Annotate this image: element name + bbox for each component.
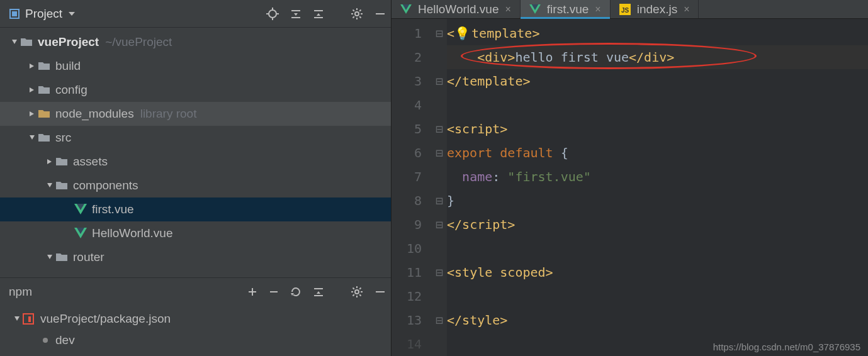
tree-label: assets <box>73 155 108 169</box>
tree-item-build[interactable]: build <box>0 54 391 78</box>
gear-icon[interactable] <box>351 8 363 20</box>
code-area[interactable]: 1234567891011121314 ⊟⊟⊟⊟⊟⊟⊟⊟ <💡template>… <box>392 19 868 356</box>
code-token: template <box>471 21 532 45</box>
code-token: name <box>462 165 492 189</box>
tree-label: first.vue <box>92 203 134 216</box>
tree-item-src[interactable]: src <box>0 126 391 150</box>
tab-label: first.vue <box>547 3 589 16</box>
expand-all-icon[interactable] <box>290 8 302 19</box>
svg-line-20 <box>353 16 354 18</box>
vue-file-icon <box>74 228 87 239</box>
code-token: div <box>485 45 507 69</box>
tab-first[interactable]: first.vue × <box>521 0 611 18</box>
tab-label: HelloWorld.vue <box>418 3 499 16</box>
tree-label: router <box>73 250 104 264</box>
code-content[interactable]: <💡template> <div>hello first vue</div> <… <box>447 19 868 356</box>
chevron-down-icon[interactable] <box>69 12 75 16</box>
bullet-icon <box>43 338 48 343</box>
tree-label: components <box>73 179 138 192</box>
editor-area: HelloWorld.vue × first.vue × JS index.js… <box>392 0 868 356</box>
tab-helloworld[interactable]: HelloWorld.vue × <box>392 0 521 18</box>
project-icon <box>9 8 20 19</box>
svg-line-49 <box>353 294 354 296</box>
close-icon[interactable]: × <box>684 4 689 15</box>
svg-line-50 <box>359 288 361 289</box>
tree-label: HelloWorld.vue <box>92 226 172 240</box>
code-token: script <box>454 117 500 141</box>
tree-item-assets[interactable]: assets <box>0 150 391 174</box>
svg-point-13 <box>355 12 359 16</box>
folder-icon <box>20 37 33 47</box>
svg-line-21 <box>359 9 361 11</box>
remove-icon[interactable] <box>269 287 279 297</box>
tree-item-components[interactable]: components <box>0 174 391 197</box>
tree-item-node-modules[interactable]: node_modules library root <box>0 102 391 126</box>
tree-item-first-vue[interactable]: first.vue <box>0 197 391 221</box>
project-sidebar: Project vueProject <box>0 0 392 356</box>
npm-panel: npm vueProject/package.json dev <box>0 277 391 356</box>
code-token: style scoped <box>454 260 546 284</box>
tree-label: config <box>55 83 87 97</box>
npm-script-label: dev <box>55 333 75 347</box>
svg-point-42 <box>355 290 359 294</box>
tree-label: src <box>55 131 71 145</box>
refresh-icon[interactable] <box>290 286 302 298</box>
collapse-icon[interactable] <box>313 286 324 298</box>
project-title[interactable]: Project <box>25 7 62 21</box>
tree-item-helloworld-vue[interactable]: HelloWorld.vue <box>0 221 391 245</box>
code-token: script <box>462 213 507 236</box>
vue-file-icon <box>529 4 541 14</box>
npm-title: npm <box>9 285 247 299</box>
tree-hint: library root <box>140 107 197 121</box>
tree-path: ~/vueProject <box>105 35 172 49</box>
code-token: template <box>462 69 522 93</box>
locate-icon[interactable] <box>266 8 279 20</box>
close-icon[interactable]: × <box>505 4 510 15</box>
tree-item-config[interactable]: config <box>0 78 391 102</box>
code-token: export <box>447 141 500 165</box>
line-gutter: 1234567891011121314 <box>392 19 432 356</box>
minimize-icon[interactable] <box>375 286 386 298</box>
svg-marker-11 <box>317 13 320 16</box>
npm-icon <box>23 313 34 325</box>
svg-line-18 <box>353 9 354 11</box>
code-token: default <box>500 141 560 165</box>
collapse-all-icon[interactable] <box>313 8 324 19</box>
tree-label: node_modules <box>55 107 134 121</box>
svg-marker-24 <box>30 64 34 69</box>
vue-file-icon <box>400 4 412 14</box>
close-icon[interactable]: × <box>595 4 600 15</box>
tree-label: vueProject <box>38 35 99 49</box>
tree-item-router[interactable]: router <box>0 245 391 269</box>
folder-icon <box>38 109 50 119</box>
gear-icon[interactable] <box>351 286 363 298</box>
code-token: "first.vue" <box>507 165 590 189</box>
folder-icon <box>55 181 68 191</box>
add-icon[interactable] <box>247 287 257 297</box>
svg-line-19 <box>359 16 361 18</box>
npm-script-row[interactable]: dev <box>0 330 391 351</box>
svg-marker-8 <box>294 13 298 16</box>
tab-label: index.js <box>637 3 677 16</box>
js-file-icon: JS <box>619 4 631 15</box>
npm-package-row[interactable]: vueProject/package.json <box>0 308 391 330</box>
bulb-icon[interactable]: 💡 <box>454 21 470 45</box>
svg-marker-27 <box>30 135 35 140</box>
npm-package-label: vueProject/package.json <box>40 312 171 326</box>
svg-marker-29 <box>47 183 52 187</box>
minimize-icon[interactable] <box>375 8 386 19</box>
svg-marker-52 <box>14 316 20 321</box>
svg-marker-26 <box>30 111 34 116</box>
tree-item-root[interactable]: vueProject ~/vueProject <box>0 30 391 54</box>
fold-column[interactable]: ⊟⊟⊟⊟⊟⊟⊟⊟ <box>432 19 447 356</box>
project-header: Project <box>0 0 391 28</box>
vue-file-icon <box>74 204 87 215</box>
project-tree[interactable]: vueProject ~/vueProject build config nod… <box>0 28 391 277</box>
folder-icon <box>38 85 50 95</box>
svg-text:JS: JS <box>621 7 629 14</box>
npm-header: npm <box>0 278 391 306</box>
tab-indexjs[interactable]: JS index.js × <box>611 0 699 18</box>
editor-tabs: HelloWorld.vue × first.vue × JS index.js… <box>392 0 868 19</box>
svg-rect-1 <box>12 11 17 16</box>
code-token: div <box>644 45 667 69</box>
